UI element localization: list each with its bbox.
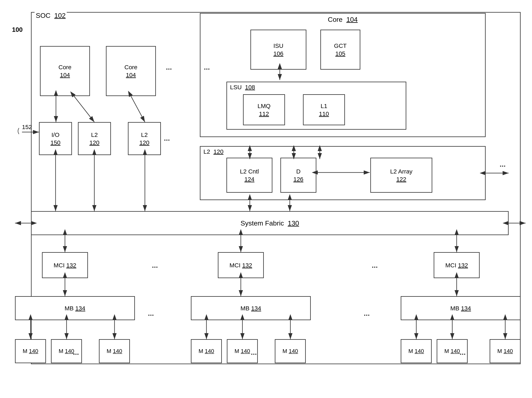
- dots-m-3: ...: [460, 348, 466, 357]
- dots-l2: ...: [164, 134, 170, 143]
- mci-3-label: MCI 132: [445, 261, 468, 269]
- core-small-1-box: Core 104: [40, 46, 90, 96]
- lsu-box: LSU 108 LMQ 112 L1 110: [226, 82, 406, 130]
- gct-box: GCT 105: [320, 30, 360, 70]
- mb-1-label: MB 134: [64, 304, 85, 312]
- lmq-box: LMQ 112: [243, 94, 285, 125]
- l2-small-2-label: L2 120: [139, 131, 149, 146]
- core-large-label: Core 104: [200, 16, 485, 23]
- mb-3-label: MB 134: [450, 304, 471, 312]
- core-small-1-label: Core 104: [58, 63, 71, 79]
- l2array-label: L2 Array 122: [390, 168, 412, 183]
- m-box-3: M 140: [99, 339, 130, 363]
- l2array-box: L2 Array 122: [370, 158, 432, 193]
- dots-cores: ...: [166, 63, 172, 72]
- d-label: D 126: [293, 168, 303, 183]
- m-box-4: M 140: [191, 339, 222, 363]
- dots-mci-mid: ...: [152, 261, 158, 269]
- mb-1-box: MB 134: [15, 296, 135, 320]
- l2-small-1-label: L2 120: [89, 131, 99, 146]
- d-box: D 126: [280, 158, 316, 193]
- mci-1-box: MCI 132: [42, 252, 88, 278]
- l2-large-box: L2 120 L2 Cntl 124 D 126 L2 Array 122: [200, 146, 486, 200]
- dots-m-2: ...: [251, 348, 257, 357]
- mci-2-label: MCI 132: [229, 261, 252, 269]
- ref-label: 100: [12, 26, 23, 33]
- io-box: I/O 150: [39, 122, 72, 155]
- core-large-box: Core 104 ISU 106 GCT 105 LSU 108: [200, 13, 486, 137]
- isu-label: ISU 106: [273, 42, 283, 58]
- dots-cores-2: ...: [204, 63, 210, 72]
- l2-large-label: L2 120: [203, 148, 223, 155]
- dots-mb-mid: ...: [148, 309, 154, 318]
- dots-mci-right: ...: [372, 261, 378, 269]
- fabric-label: System Fabric 130: [241, 219, 299, 227]
- dots-m-1: ...: [73, 348, 79, 357]
- label-152: 152: [22, 124, 32, 130]
- diagram: 100 SOC 102 Core 104 Core 104 I/O 150 L2…: [0, 0, 532, 398]
- isu-box: ISU 106: [250, 30, 306, 70]
- m-box-6: M 140: [275, 339, 306, 363]
- dots-l2large-right: ...: [500, 160, 506, 169]
- l1-label: L1 110: [319, 102, 329, 118]
- m-box-1: M 140: [15, 339, 46, 363]
- dots-mb-right: ...: [364, 309, 370, 318]
- l2cntl-box: L2 Cntl 124: [226, 158, 272, 193]
- mci-1-label: MCI 132: [54, 261, 76, 269]
- lmq-label: LMQ 112: [257, 102, 270, 118]
- l2cntl-label: L2 Cntl 124: [240, 168, 259, 183]
- l2-small-2-box: L2 120: [128, 122, 161, 155]
- m-box-7: M 140: [401, 339, 432, 363]
- gct-label: GCT 105: [334, 42, 347, 58]
- mb-2-box: MB 134: [191, 296, 311, 320]
- m-box-9: M 140: [490, 339, 521, 363]
- fabric-box: System Fabric 130: [31, 211, 509, 235]
- mb-3-box: MB 134: [401, 296, 521, 320]
- mb-2-label: MB 134: [241, 304, 261, 312]
- core-small-2-label: Core 104: [124, 63, 137, 79]
- core-small-2-box: Core 104: [106, 46, 156, 96]
- mci-3-box: MCI 132: [434, 252, 480, 278]
- lsu-label: LSU 108: [230, 84, 255, 91]
- l2-small-1-box: L2 120: [78, 122, 111, 155]
- l1-box: L1 110: [303, 94, 345, 125]
- mci-2-box: MCI 132: [218, 252, 264, 278]
- soc-label: SOC 102: [35, 12, 67, 20]
- io-label: I/O 150: [50, 131, 60, 146]
